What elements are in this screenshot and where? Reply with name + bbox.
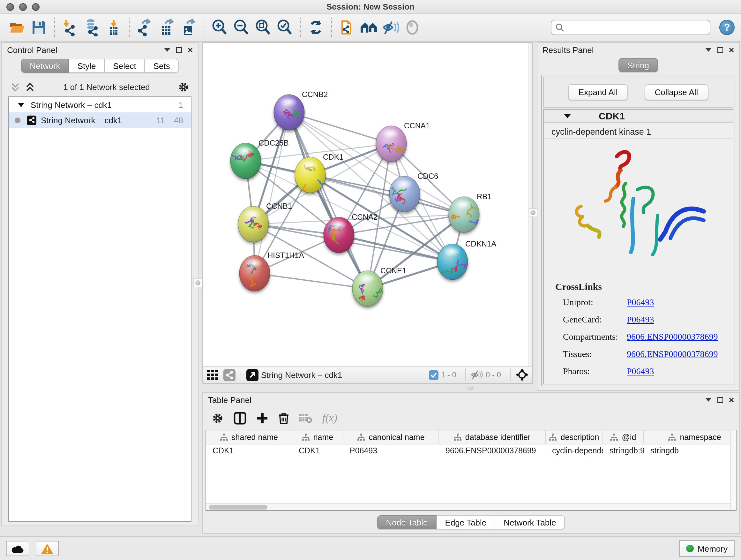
create-column-button[interactable]: [257, 413, 268, 424]
node-CDC6[interactable]: [389, 176, 420, 212]
zoom-out-button[interactable]: [230, 17, 252, 38]
home-button[interactable]: [358, 17, 380, 38]
export-table-button[interactable]: [156, 17, 178, 38]
import-table-button[interactable]: [103, 17, 125, 38]
control-panel-close-icon[interactable]: ×: [188, 47, 193, 53]
column-header-database-identifier[interactable]: database identifier: [439, 430, 546, 444]
selected-nodes-checkbox-icon[interactable]: [429, 370, 439, 380]
delete-column-button[interactable]: [278, 412, 289, 424]
network-options-gear-icon[interactable]: [178, 81, 189, 92]
table-options-button[interactable]: [212, 413, 223, 424]
help-button[interactable]: ?: [719, 20, 735, 35]
column-header-description[interactable]: description: [546, 430, 603, 444]
refresh-button[interactable]: [305, 17, 327, 38]
horizontal-splitter-handle[interactable]: [467, 386, 474, 390]
tab-network[interactable]: Network: [21, 59, 69, 73]
protein-structure-image: [544, 138, 733, 275]
node-CDC25B[interactable]: [230, 143, 261, 179]
column-type-icon: [549, 433, 557, 441]
node-CCNA2[interactable]: [324, 217, 354, 253]
tissues-link[interactable]: 9606.ENSP00000378699: [627, 349, 718, 360]
results-panel-float-icon[interactable]: [718, 47, 723, 53]
table-row[interactable]: CDK1CDK1P064939606.ENSP00000378699cyclin…: [206, 444, 736, 458]
network-row[interactable]: String Network – cdk1 11 48: [9, 112, 191, 128]
show-columns-button[interactable]: [233, 412, 246, 425]
node-CCNE1[interactable]: [352, 271, 383, 307]
column-header-namespace[interactable]: namespace: [644, 430, 737, 444]
table-vertical-scrollbar[interactable]: [730, 430, 736, 510]
tab-sets[interactable]: Sets: [145, 59, 179, 73]
collection-expander-icon[interactable]: [18, 103, 24, 107]
uniprot-link[interactable]: P06493: [627, 298, 654, 308]
right-splitter-handle[interactable]: [529, 208, 537, 217]
genecard-link[interactable]: P06493: [627, 315, 654, 325]
share-document-button[interactable]: [336, 17, 358, 38]
table-panel-menu-icon[interactable]: [705, 398, 712, 401]
export-table-icon: [158, 18, 176, 37]
export-image-button[interactable]: [178, 17, 199, 38]
tab-select[interactable]: Select: [105, 59, 145, 73]
control-panel-menu-icon[interactable]: [164, 48, 171, 52]
column-header-shared-name[interactable]: shared name: [206, 430, 292, 444]
share-view-icon[interactable]: [223, 369, 235, 381]
network-collection-row[interactable]: String Network – cdk1 1: [9, 97, 191, 112]
warnings-button[interactable]: [36, 541, 59, 556]
edge-CCNA2-CDKN1A[interactable]: [339, 235, 453, 262]
node-RB1[interactable]: [449, 197, 480, 233]
cloud-status-button[interactable]: [6, 541, 29, 556]
fit-content-crosshair-icon[interactable]: [516, 368, 529, 381]
expand-all-button[interactable]: Expand All: [568, 84, 628, 100]
zoom-selected-button[interactable]: [274, 17, 295, 38]
collapse-all-button[interactable]: Collapse All: [645, 84, 709, 100]
compartments-link[interactable]: 9606.ENSP00000378699: [627, 332, 718, 342]
table-panel-float-icon[interactable]: [718, 397, 723, 402]
delete-table-button[interactable]: [299, 413, 312, 423]
import-network-file-button[interactable]: [59, 17, 81, 38]
function-builder-button[interactable]: f(x): [322, 412, 337, 425]
edge-CCNB2-HIST1H1A[interactable]: [255, 112, 289, 273]
tab-network-table[interactable]: Network Table: [495, 515, 565, 530]
import-network-database-button[interactable]: [81, 17, 103, 38]
edge-CCNB2-CCNA1[interactable]: [289, 112, 391, 144]
collapse-all-icon[interactable]: [11, 82, 20, 91]
cdk1-expander-icon[interactable]: [564, 114, 570, 118]
memory-button[interactable]: Memory: [679, 540, 735, 557]
table-panel-close-icon[interactable]: ×: [729, 396, 734, 403]
cdk1-entry-header[interactable]: CDK1: [544, 110, 733, 123]
grid-view-icon[interactable]: [207, 369, 218, 381]
results-panel-menu-icon[interactable]: [705, 48, 712, 52]
node-label-CDK1: CDK1: [323, 152, 343, 161]
birdseye-view-icon[interactable]: [246, 369, 259, 381]
save-session-button[interactable]: [28, 17, 50, 38]
column-header-name[interactable]: name: [292, 430, 343, 444]
open-session-button[interactable]: [6, 17, 28, 38]
tab-node-table[interactable]: Node Table: [377, 515, 436, 530]
tab-string[interactable]: String: [618, 58, 658, 72]
edge-CDK1-RB1[interactable]: [310, 175, 464, 214]
node-CCNB1[interactable]: [238, 206, 269, 242]
edge-HIST1H1A-CCNE1[interactable]: [255, 273, 367, 289]
zoom-fit-button[interactable]: [252, 17, 274, 38]
tab-edge-table[interactable]: Edge Table: [437, 515, 495, 530]
show-hidden-button[interactable]: [401, 17, 423, 38]
edge-CCNB2-CCNE1[interactable]: [289, 112, 367, 289]
control-panel-float-icon[interactable]: [176, 47, 182, 53]
left-splitter-handle[interactable]: [193, 278, 202, 287]
hidden-elements-icon[interactable]: [471, 370, 483, 380]
zoom-in-button[interactable]: [209, 17, 230, 38]
scrollbar-thumb[interactable]: [209, 505, 267, 509]
node-CDKN1A[interactable]: [437, 244, 468, 280]
collection-label: String Network – cdk1: [30, 100, 179, 110]
network-canvas[interactable]: CCNB2CCNA1CDC25BCDK1CDC6RB1CCNB1CCNA2CDK…: [203, 43, 532, 367]
export-network-button[interactable]: [134, 17, 156, 38]
results-panel-close-icon[interactable]: ×: [729, 47, 734, 53]
column-header--id[interactable]: @id: [603, 430, 644, 444]
column-header-canonical-name[interactable]: canonical name: [343, 430, 439, 444]
expand-all-icon[interactable]: [25, 82, 35, 91]
tab-style[interactable]: Style: [69, 59, 105, 73]
search-input[interactable]: [564, 23, 706, 32]
node-HIST1H1A[interactable]: [239, 255, 270, 291]
node-CCNB2[interactable]: [274, 95, 305, 130]
pharos-link[interactable]: P06493: [627, 367, 654, 377]
hide-selected-button[interactable]: [380, 17, 401, 38]
